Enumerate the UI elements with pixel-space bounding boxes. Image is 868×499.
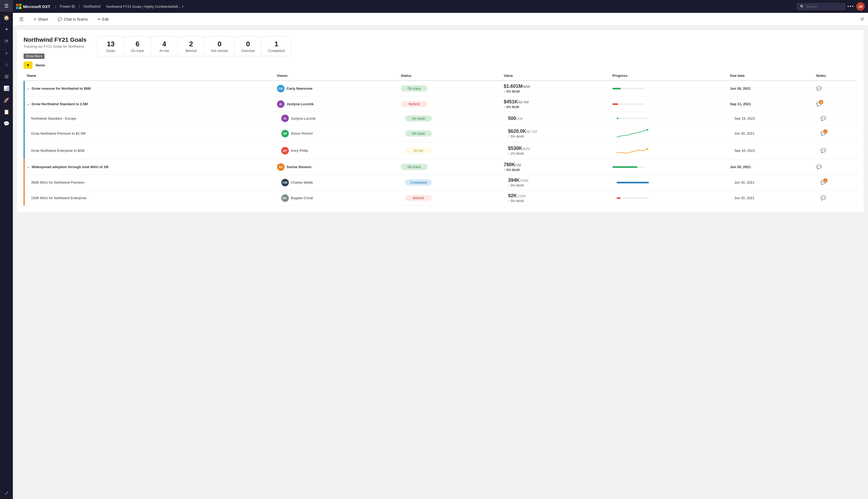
row-bar xyxy=(24,142,25,159)
show-filters-button[interactable]: Show filters ▼ xyxy=(24,62,33,69)
edit-icon: ✏ xyxy=(97,17,101,21)
notes-icon[interactable]: 💬 1 xyxy=(821,180,826,185)
notes-cell[interactable]: 💬 1 xyxy=(813,125,857,142)
due-date-value: Sep 19, 2021 xyxy=(734,117,755,121)
status-cell: On track xyxy=(397,112,500,125)
owner-avatar: CW xyxy=(281,179,289,186)
notes-cell[interactable]: 💬 2 xyxy=(813,96,857,112)
notes-cell[interactable]: 💬 xyxy=(813,112,857,125)
report-header: Northwind FY21 Goals Tracking our FY21 G… xyxy=(24,36,857,56)
expand-icon[interactable]: ⌄ xyxy=(27,102,29,106)
sidebar-apps[interactable]: ⊞ xyxy=(0,71,13,83)
owner-content: BC Bogdan Crivat xyxy=(281,194,394,202)
progress-cell xyxy=(609,96,727,112)
notes-cell[interactable]: 💬 xyxy=(813,190,857,206)
sidebar: ☰ 🏠 ✦ ⟳ ＋ ☆ ⊞ 📊 🚀 📋 💬 ⤢ xyxy=(0,0,13,499)
status-badge: Completed xyxy=(405,179,432,185)
notes-count: 1 xyxy=(823,129,828,134)
search-input[interactable] xyxy=(806,4,842,9)
notes-count: 1 xyxy=(823,178,828,183)
name-cell: ⌄ Grow Northwind Standard to 2.5M xyxy=(24,96,274,112)
owner-name: Sarina Stevens xyxy=(287,165,312,169)
notes-icon[interactable]: 💬 xyxy=(816,165,822,169)
sidebar-create[interactable]: ✦ xyxy=(0,24,13,35)
progress-bar-container xyxy=(613,104,645,105)
share-button[interactable]: ↗ Share xyxy=(31,15,50,23)
sidebar-chat[interactable]: 💬 xyxy=(0,118,13,130)
sidebar-home[interactable]: 🏠 xyxy=(0,12,13,24)
notes-icon[interactable]: 💬 xyxy=(821,116,826,121)
app-logo[interactable]: Microsoft DXT xyxy=(16,4,51,9)
report-breadcrumb[interactable]: Northwind FY21 Goals | Highly Confidenti… xyxy=(106,4,183,9)
status-badge: On track xyxy=(401,85,428,92)
row-bar xyxy=(24,112,25,125)
topbar: Microsoft DXT | Power BI | Northwind Nor… xyxy=(13,0,868,13)
goals-table: Name Owner Status Value Progress Due dat… xyxy=(24,71,857,206)
value-cell: $451K/$2.5M ↑ 0% MoM xyxy=(500,96,609,112)
due-date-cell: Jun 30, 2021 xyxy=(727,175,813,190)
sidebar-add[interactable]: ＋ xyxy=(0,47,13,59)
owner-content: JL Justyna Lucznik xyxy=(277,100,394,108)
sidebar-hamburger[interactable]: ☰ xyxy=(0,0,13,12)
value-display: $451K/$2.5M xyxy=(504,99,606,105)
value-display: $1.601M/$6M xyxy=(504,84,606,89)
notes-icon[interactable]: 💬 xyxy=(821,196,826,200)
expand-icon[interactable]: ⌄ xyxy=(27,87,29,90)
name-cell: Grow Northwind Premium to $1.5M xyxy=(24,125,274,142)
notes-cell[interactable]: 💬 xyxy=(813,81,857,96)
owner-content: CN Carly Newsome xyxy=(277,85,394,92)
breadcrumb-chevron: ▾ xyxy=(182,5,183,8)
col-value: Value xyxy=(500,71,609,81)
more-button[interactable]: ••• xyxy=(847,4,854,9)
edit-button[interactable]: ✏ Edit xyxy=(95,15,111,23)
table-row: ⌄ Grow revenue for Northwind to $6M CN C… xyxy=(24,81,857,96)
row-bar xyxy=(24,159,25,174)
sidebar-metrics[interactable]: 📊 xyxy=(0,83,13,94)
name-content: Grow Northwind Premium to $1.5M xyxy=(31,132,271,135)
col-due-date: Due date xyxy=(727,71,813,81)
owner-avatar: CN xyxy=(277,85,285,92)
owner-avatar: JL xyxy=(281,114,289,122)
status-badge: Behind xyxy=(401,101,428,107)
separator2: | xyxy=(79,4,80,9)
col-status: Status xyxy=(397,71,500,81)
refresh-icon[interactable]: ↺ xyxy=(860,17,864,21)
owner-cell: SR Simon Richert xyxy=(274,125,397,142)
value-target: /150K xyxy=(517,194,526,198)
notes-icon[interactable]: 💬 xyxy=(816,86,822,91)
name-cell: Grow Northwind Enterprise to $2M xyxy=(24,142,274,159)
chat-teams-button[interactable]: 💬 Chat in Teams xyxy=(56,15,90,23)
progress-bar xyxy=(613,88,621,89)
name-cell: ⌄ Widespread adoption through total MAU … xyxy=(24,159,274,175)
sidebar-learn[interactable]: ⤢ xyxy=(0,487,13,499)
table-toolbar: Show filters ▼ Name xyxy=(24,62,857,69)
expand-icon[interactable]: ⌄ xyxy=(27,165,29,169)
owner-avatar: AP xyxy=(281,147,289,155)
value-target: /1M xyxy=(515,163,521,167)
header-row: Name Owner Status Value Progress Due dat… xyxy=(24,71,857,81)
owner-content: SR Simon Richert xyxy=(281,130,394,137)
sidebar-recent[interactable]: ⟳ xyxy=(0,35,13,47)
sidebar-goals[interactable]: 🚀 xyxy=(0,94,13,106)
notes-count: 2 xyxy=(819,100,823,104)
value-wow: ↑ 2% WoW xyxy=(508,152,606,156)
due-date-value: Sep 10, 2021 xyxy=(734,149,755,153)
search-box[interactable]: 🔍 xyxy=(797,3,845,10)
sidebar-scorecard[interactable]: 📋 xyxy=(0,106,13,118)
value-main: $451K xyxy=(504,99,518,105)
value-cell: $620.0K/$1.5M ↑ 3% WoW xyxy=(500,125,609,142)
notes-icon[interactable]: 💬 1 xyxy=(821,131,826,136)
report-title: Northwind FY21 Goals xyxy=(24,36,86,44)
notes-cell[interactable]: 💬 xyxy=(813,159,857,175)
notes-icon[interactable]: 💬 2 xyxy=(816,101,822,107)
value-cell: 500/10K xyxy=(500,112,609,125)
value-display: 92K/150K xyxy=(508,193,606,199)
user-avatar[interactable]: JD xyxy=(856,2,865,11)
notes-icon[interactable]: 💬 xyxy=(821,148,826,153)
nav-toggle[interactable]: ☰ xyxy=(17,14,26,24)
notes-cell[interactable]: 💬 1 xyxy=(813,175,857,190)
notes-cell[interactable]: 💬 xyxy=(813,142,857,159)
table-header: Name Owner Status Value Progress Due dat… xyxy=(24,71,857,81)
sidebar-favorites[interactable]: ☆ xyxy=(0,59,13,71)
name-content: ⌄ Widespread adoption through total MAU … xyxy=(27,165,271,169)
